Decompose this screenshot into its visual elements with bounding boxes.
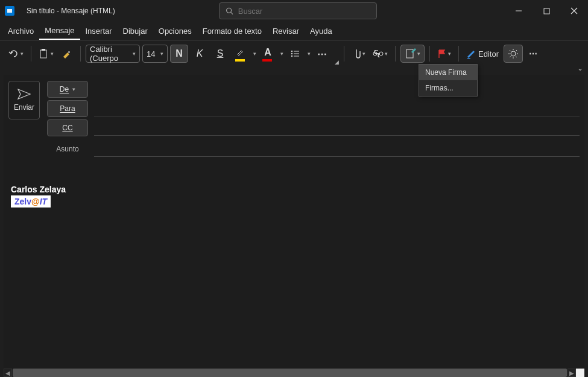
dialog-launcher-icon[interactable]: ◢ bbox=[335, 59, 339, 65]
cc-button[interactable]: CC bbox=[47, 119, 88, 136]
window-controls bbox=[505, 0, 588, 22]
to-input[interactable] bbox=[94, 101, 580, 116]
signature-name: Carlos Zelaya bbox=[11, 185, 577, 194]
editor-label: Editor bbox=[478, 49, 499, 59]
svg-point-13 bbox=[291, 53, 292, 54]
more-formatting-button[interactable]: ⋯ bbox=[313, 45, 331, 63]
signature-button[interactable]: ▾ bbox=[400, 45, 425, 63]
send-label: Enviar bbox=[14, 103, 34, 112]
menu-bar: Archivo Mensaje Insertar Dibujar Opcione… bbox=[0, 22, 588, 41]
cc-input[interactable] bbox=[94, 120, 580, 136]
signature-logo: Zelv@IT bbox=[11, 195, 51, 208]
svg-line-3 bbox=[231, 12, 233, 14]
separator bbox=[458, 46, 459, 62]
from-label: De bbox=[60, 85, 69, 93]
to-button[interactable]: Para bbox=[47, 100, 88, 117]
bold-button[interactable]: N bbox=[170, 45, 188, 63]
undo-button[interactable]: ▾ bbox=[6, 44, 26, 63]
separator bbox=[344, 46, 344, 62]
logo-part2: IT bbox=[40, 197, 47, 206]
svg-rect-9 bbox=[42, 49, 45, 51]
signature-dropdown: Nueva Firma Firmas... bbox=[419, 64, 478, 97]
menu-archivo[interactable]: Archivo bbox=[2, 23, 39, 39]
chevron-down-icon[interactable]: ▾ bbox=[280, 51, 283, 57]
menu-dibujar[interactable]: Dibujar bbox=[118, 23, 153, 39]
chevron-down-icon: ▾ bbox=[160, 51, 163, 57]
chevron-down-icon: ▾ bbox=[448, 51, 451, 57]
chevron-down-icon[interactable]: ▾ bbox=[253, 51, 256, 57]
highlight-color-indicator bbox=[235, 59, 245, 62]
svg-rect-1 bbox=[7, 9, 12, 13]
chevron-down-icon: ▾ bbox=[51, 51, 54, 57]
menu-mensaje[interactable]: Mensaje bbox=[39, 22, 80, 40]
chevron-down-icon: ▾ bbox=[417, 51, 420, 57]
title-bar: Sin título - Mensaje (HTML) bbox=[0, 0, 588, 22]
search-input[interactable] bbox=[238, 7, 370, 16]
italic-button[interactable]: K bbox=[191, 45, 209, 63]
scroll-left-button[interactable]: ◀ bbox=[4, 369, 12, 377]
font-color-button[interactable]: A bbox=[259, 45, 277, 63]
font-name-value: Calibri (Cuerpo bbox=[90, 45, 129, 63]
svg-rect-10 bbox=[68, 51, 70, 53]
chevron-down-icon: ▾ bbox=[72, 86, 75, 92]
maximize-button[interactable] bbox=[533, 0, 560, 22]
send-button[interactable]: Enviar bbox=[8, 81, 40, 119]
underline-button[interactable]: S bbox=[211, 45, 229, 63]
svg-point-22 bbox=[511, 51, 516, 56]
link-button[interactable]: ▾ bbox=[370, 44, 390, 63]
attach-file-button[interactable]: ▾ bbox=[349, 44, 368, 63]
message-body[interactable]: Carlos Zelaya Zelv@IT bbox=[4, 180, 584, 212]
theme-toggle-button[interactable] bbox=[504, 45, 523, 63]
svg-line-28 bbox=[516, 57, 517, 58]
ribbon-collapse-icon[interactable]: ⌄ bbox=[577, 64, 583, 72]
bullets-button[interactable] bbox=[286, 45, 304, 63]
menu-ayuda[interactable]: Ayuda bbox=[305, 23, 338, 39]
window-title: Sin título - Mensaje (HTML) bbox=[27, 7, 115, 15]
menu-revisar[interactable]: Revisar bbox=[267, 23, 305, 39]
font-color-indicator bbox=[262, 59, 272, 62]
logo-part1: Zelv bbox=[14, 197, 31, 206]
close-button[interactable] bbox=[560, 0, 588, 22]
subject-input[interactable] bbox=[94, 141, 580, 157]
logo-at: @ bbox=[31, 197, 40, 206]
menu-opciones[interactable]: Opciones bbox=[153, 23, 197, 39]
menu-insertar[interactable]: Insertar bbox=[80, 23, 118, 39]
font-size-select[interactable]: 14▾ bbox=[142, 45, 168, 63]
chevron-down-icon: ▾ bbox=[362, 51, 365, 57]
chevron-down-icon[interactable]: ▾ bbox=[308, 51, 311, 57]
format-painter-button[interactable] bbox=[58, 44, 75, 63]
svg-rect-8 bbox=[40, 50, 46, 58]
minimize-button[interactable] bbox=[505, 0, 533, 22]
scrollbar-thumb[interactable] bbox=[13, 369, 567, 377]
dropdown-item-nueva-firma[interactable]: Nueva Firma bbox=[419, 65, 477, 80]
from-button[interactable]: De ▾ bbox=[47, 81, 88, 98]
svg-point-15 bbox=[291, 55, 292, 57]
editor-button[interactable]: Editor bbox=[464, 44, 501, 63]
search-box[interactable] bbox=[219, 2, 377, 19]
separator bbox=[31, 46, 31, 62]
svg-rect-20 bbox=[406, 49, 413, 58]
chevron-down-icon: ▾ bbox=[21, 51, 24, 57]
svg-rect-5 bbox=[544, 8, 549, 14]
horizontal-scrollbar[interactable]: ◀ ▶ bbox=[4, 369, 584, 377]
more-commands-button[interactable]: ⋯ bbox=[525, 44, 542, 63]
scroll-right-button[interactable]: ▶ bbox=[567, 369, 576, 377]
svg-point-2 bbox=[227, 8, 232, 13]
ribbon-toolbar: ▾ ▾ Calibri (Cuerpo▾ 14▾ N K S ▾ A ▾ ▾ ⋯… bbox=[0, 41, 588, 66]
dropdown-item-firmas[interactable]: Firmas... bbox=[419, 80, 477, 96]
chevron-down-icon: ▾ bbox=[385, 51, 388, 57]
subject-label: Asunto bbox=[47, 145, 88, 153]
svg-line-27 bbox=[510, 50, 511, 51]
highlight-button[interactable] bbox=[232, 45, 250, 63]
flag-button[interactable]: ▾ bbox=[435, 44, 454, 63]
to-label: Para bbox=[60, 104, 75, 113]
cc-label: CC bbox=[62, 124, 72, 132]
menu-formato[interactable]: Formato de texto bbox=[197, 23, 267, 39]
app-icon bbox=[5, 6, 14, 16]
svg-line-29 bbox=[510, 57, 511, 58]
separator bbox=[395, 46, 396, 62]
font-size-value: 14 bbox=[147, 49, 155, 59]
paste-button[interactable]: ▾ bbox=[36, 44, 56, 63]
compose-header: Enviar De ▾ Para CC bbox=[4, 75, 584, 165]
font-name-select[interactable]: Calibri (Cuerpo▾ bbox=[86, 45, 140, 63]
